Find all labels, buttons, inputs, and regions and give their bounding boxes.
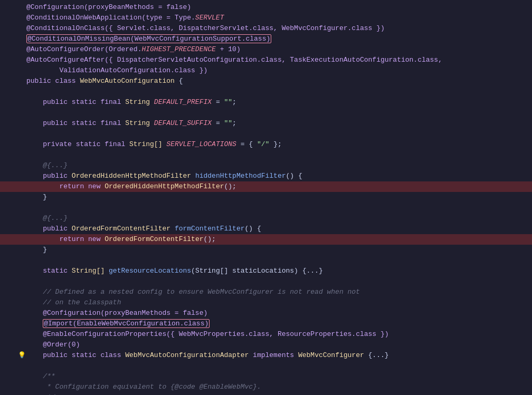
code-content: public static class WebMvcAutoConfigurat… [26,350,528,361]
code-line: } [0,245,532,255]
code-line: public OrderedFormContentFilter formCont… [0,224,532,234]
code-line [0,150,532,160]
code-line: public class WebMvcAutoConfiguration { [0,76,532,86]
code-line: static String[] getResourceLocations(Str… [0,266,532,276]
code-line [0,276,532,287]
code-content: public static final String DEFAULT_SUFFI… [26,118,528,129]
code-line: @{...} [0,160,532,171]
code-line: @AutoConfigureOrder(Ordered.HIGHEST_PREC… [0,44,532,55]
code-line: 💡 public static class WebMvcAutoConfigur… [0,350,532,361]
code-content: * Configuration equivalent to {@code @En… [26,382,528,392]
code-content: public class WebMvcAutoConfiguration { [26,76,528,86]
code-line: /** [0,371,532,382]
code-line: @Configuration(proxyBeanMethods = false) [0,308,532,319]
code-line [0,129,532,139]
code-line: return new OrderedHiddenHttpMethodFilter… [0,181,532,192]
code-line: ValidationAutoConfiguration.class }) [0,65,532,76]
code-content: public OrderedFormContentFilter formCont… [26,224,528,234]
code-content: @ConditionalOnMissingBean(WebMvcConfigur… [26,34,528,44]
code-line: @Order(0) [0,340,532,350]
code-line: @EnableConfigurationProperties({ WebMvcP… [0,329,532,340]
code-content: @AutoConfigureAfter({ DispatcherServletA… [26,55,528,65]
code-line: @Configuration(proxyBeanMethods = false) [0,2,532,13]
code-line: @ConditionalOnClass({ Servlet.class, Dis… [0,23,532,34]
code-content: return new OrderedFormContentFilter(); [26,234,528,245]
code-content: @Order(0) [26,340,528,350]
code-line: // on the classpath [0,297,532,308]
code-line: public static final String DEFAULT_PREFI… [0,97,532,108]
code-content: static String[] getResourceLocations(Str… [26,266,528,276]
code-content: } [26,192,528,203]
code-line [0,108,532,118]
code-line: @AutoConfigureAfter({ DispatcherServletA… [0,55,532,65]
code-content: ValidationAutoConfiguration.class }) [26,65,528,76]
code-content: // on the classpath [26,297,528,308]
code-line [0,203,532,213]
code-content: private static final String[] SERVLET_LO… [26,139,528,150]
code-editor: @Configuration(proxyBeanMethods = false)… [0,0,532,395]
icon-gutter: 💡 [17,350,26,361]
code-content: public OrderedHiddenHttpMethodFilter hid… [26,171,528,181]
code-line: private static final String[] SERVLET_LO… [0,139,532,150]
code-line [0,361,532,371]
code-content: @{...} [26,213,528,224]
code-content: @Import(EnableWebMvcConfiguration.class) [26,319,528,329]
code-content: } [26,245,528,255]
code-content: @Configuration(proxyBeanMethods = false) [26,2,528,13]
code-line: @{...} [0,213,532,224]
code-content: @ConditionalOnClass({ Servlet.class, Dis… [26,23,528,34]
code-line [0,255,532,266]
code-line: } [0,192,532,203]
code-line: public static final String DEFAULT_SUFFI… [0,118,532,129]
code-content: // Defined as a nested config to ensure … [26,287,528,297]
bulb-icon: 💡 [18,350,26,361]
code-content: */ [26,392,528,395]
code-content: @{...} [26,160,528,171]
code-line: public OrderedHiddenHttpMethodFilter hid… [0,171,532,181]
code-line: // Defined as a nested config to ensure … [0,287,532,297]
highlight-box: @Import(EnableWebMvcConfiguration.class) [43,319,210,328]
code-line: @Import(EnableWebMvcConfiguration.class) [0,319,532,329]
code-content: @ConditionalOnWebApplication(type = Type… [26,13,528,23]
code-line [0,86,532,97]
code-line: @ConditionalOnMissingBean(WebMvcConfigur… [0,34,532,44]
code-content: return new OrderedHiddenHttpMethodFilter… [26,181,528,192]
highlight-box: @ConditionalOnMissingBean(WebMvcConfigur… [26,34,271,43]
code-content: @EnableConfigurationProperties({ WebMvcP… [26,329,528,340]
code-line: return new OrderedFormContentFilter(); [0,234,532,245]
code-content: /** [26,371,528,382]
code-content: public static final String DEFAULT_PREFI… [26,97,528,108]
code-content: @Configuration(proxyBeanMethods = false) [26,308,528,319]
code-line: @ConditionalOnWebApplication(type = Type… [0,13,532,23]
code-line: * Configuration equivalent to {@code @En… [0,382,532,392]
code-content: @AutoConfigureOrder(Ordered.HIGHEST_PREC… [26,44,528,55]
code-line: */ [0,392,532,395]
